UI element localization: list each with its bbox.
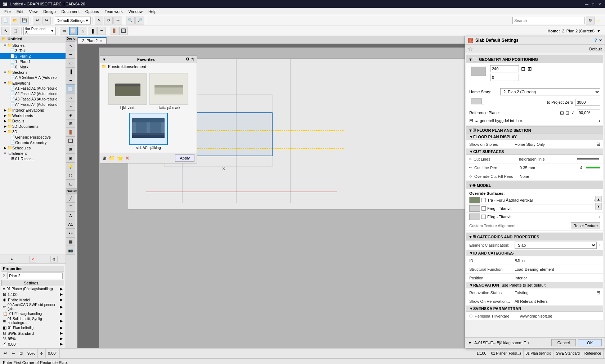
menu-document[interactable]: Document — [59, 8, 82, 15]
tool-slab[interactable]: ⬜ — [66, 85, 75, 93]
surface-swatch-3[interactable] — [469, 214, 480, 220]
tree-a3[interactable]: 📄 A3 Fasad A3 (Auto-rebuild — [0, 96, 66, 102]
obj-add-btn[interactable]: ⊕ — [102, 155, 107, 161]
open-btn[interactable]: 📂 — [11, 17, 19, 24]
dialog-star-btn[interactable]: ☆ — [468, 45, 473, 52]
tree-generic-axometry[interactable]: 📄 Generic Axometry — [0, 140, 66, 145]
menu-window[interactable]: Window — [126, 8, 145, 15]
tool-zone[interactable]: ⬡ — [66, 171, 75, 180]
window-tool[interactable]: 🔲 — [119, 27, 128, 35]
close-btn[interactable]: ✕ — [597, 1, 602, 6]
menu-edit[interactable]: Edit — [14, 8, 26, 15]
tree-a4[interactable]: 📄 A4 Fasad A4 (Auto-rebuild — [0, 102, 66, 107]
tree-element-01[interactable]: ⊟ 01 Ritcar... — [0, 156, 66, 161]
surface-arrow-3[interactable]: › — [599, 215, 600, 219]
view-dropdown[interactable]: flor Plan and S... ▼ — [23, 27, 56, 35]
navigator-scroll[interactable]: ▼ 📁 Stories 📄 3. Tak 📄 2. Plan 2 📄 1. Pl… — [0, 42, 66, 255]
tool-lamp[interactable]: 💡 — [66, 162, 75, 171]
marquee-btn[interactable]: ⬚ — [11, 27, 19, 35]
surface-chk-1[interactable] — [481, 198, 486, 202]
nav-del-btn[interactable]: ✕ — [29, 256, 36, 262]
tool-door[interactable]: 🚪 — [66, 128, 75, 136]
tool-object[interactable]: ◉ — [66, 154, 75, 162]
menu-options[interactable]: Options — [82, 8, 102, 15]
undo-btm-btn[interactable]: ↩ — [1, 349, 9, 358]
zoom-fit-btn[interactable]: ⊡ — [17, 349, 25, 358]
surface-swatch-2[interactable] — [469, 205, 480, 212]
tool-mesh[interactable]: ⊡ — [66, 180, 75, 188]
tree-tak[interactable]: 📄 3. Tak — [0, 48, 66, 53]
tree-details[interactable]: ▶ 📁 Details — [0, 118, 66, 123]
tool-rotate[interactable]: ↩ — [66, 50, 75, 59]
tool-select[interactable]: ↖ — [66, 41, 75, 50]
show-on-stories-icon[interactable]: ⊟ — [596, 141, 600, 147]
arrow-tool[interactable]: ↖ — [95, 17, 103, 24]
tool-text[interactable]: A — [66, 211, 75, 220]
footer-element-arrow[interactable]: › — [528, 341, 530, 345]
apply-btn[interactable]: Apply — [175, 154, 194, 162]
surface-scroll-up[interactable]: ▲ — [595, 196, 602, 202]
default-settings-dropdown[interactable]: Default Settings ▼ — [55, 17, 91, 24]
zoom-pct-btn[interactable]: 95% — [25, 349, 38, 358]
zoom-in-btn[interactable]: 🔍 — [126, 17, 135, 24]
surface-chk-3[interactable] — [481, 215, 486, 219]
tool-column[interactable]: ▐ — [66, 67, 75, 76]
prop-95pct[interactable]: % 95% ▶ — [1, 336, 64, 341]
renovation-header[interactable]: ▼ RENOVATION use Palette to set default — [466, 282, 603, 288]
floor-plan-display-header[interactable]: ▼ FLOOR PLAN DISPLAY — [466, 134, 603, 140]
tool-roof[interactable]: ⌂ — [66, 93, 75, 102]
tool-window[interactable]: 🔲 — [66, 136, 75, 145]
nav-expand-btn[interactable]: ▼ — [597, 29, 601, 33]
minimize-btn[interactable]: — — [584, 1, 589, 6]
svenska-header[interactable]: ▼ SVENSKA PARAMETRAR — [466, 306, 603, 312]
prop-swe-std[interactable]: ⊟ SWE Standard ▶ — [1, 331, 64, 336]
wall-tool[interactable]: ▭ — [60, 27, 68, 35]
obj-folder-btn[interactable]: 📁 — [109, 155, 115, 161]
obj-folder-item[interactable]: 📁 Konstruktionselement — [102, 64, 195, 69]
view-display[interactable]: 01 Planer (Försl...) — [489, 349, 524, 358]
scale-display[interactable]: 1:100 — [474, 349, 489, 358]
redo-btn[interactable]: ↪ — [42, 17, 51, 24]
menu-teamwork[interactable]: Teamwork — [102, 8, 126, 15]
tree-worksheets[interactable]: ▶ 📁 Worksheets — [0, 113, 66, 118]
tree-elevations[interactable]: ▼ 📁 Elevations — [0, 80, 66, 86]
tool-line[interactable]: ╱ — [66, 194, 75, 203]
obj-picker-star-icon[interactable]: ☆ — [191, 57, 194, 62]
door-tool[interactable]: 🚪 — [110, 27, 118, 35]
menu-view[interactable]: View — [26, 8, 41, 15]
tree-3d[interactable]: ▼ 📁 3D — [0, 129, 66, 134]
tree-stories[interactable]: ▼ 📁 Stories — [0, 42, 66, 48]
swe-standard-display[interactable]: SWE Standard — [554, 349, 582, 358]
obj-picker-settings-icon[interactable]: ⚙ — [186, 57, 189, 62]
reference-label[interactable]: Reference — [582, 349, 604, 358]
prop-pen[interactable]: ✏ 00 ArchiCAD SWE std.pennor (pla... ▶ — [1, 302, 64, 311]
model-section-header[interactable]: ▼ ◈ MODEL — [466, 181, 603, 189]
tree-mark[interactable]: 📄 0. Mark — [0, 64, 66, 69]
tree-interior-elevations[interactable]: ▶ 📁 Interior Elevations — [0, 107, 66, 113]
tool-morph[interactable]: ◈ — [66, 111, 75, 119]
cancel-btn[interactable]: Cancel — [551, 339, 576, 346]
title-bar-controls[interactable]: — □ ✕ — [584, 1, 602, 6]
roof-tool[interactable]: ⌂ — [79, 27, 87, 35]
obj-item-3[interactable]: std. AC bjälklag — [129, 113, 168, 150]
offset-input[interactable] — [490, 74, 519, 81]
beam-tool[interactable]: ━ — [97, 27, 106, 35]
ok-btn[interactable]: OK — [578, 339, 602, 346]
tool-arc[interactable]: ⌒ — [66, 203, 75, 211]
select-btn[interactable]: ↖ — [1, 27, 10, 35]
surface-scroll-dn[interactable]: ▼ — [595, 203, 602, 210]
element-classification-select[interactable]: Slab — [515, 242, 597, 249]
new-btn[interactable]: 📄 — [1, 17, 10, 24]
tree-generic-perspective[interactable]: 📄 Generic Perspective — [0, 134, 66, 140]
nav-add-btn[interactable]: + — [8, 256, 15, 262]
nav-mode-btn[interactable]: ✛ — [38, 349, 46, 358]
floor-plan-section-header[interactable]: ▼ ⊞ FLOOR PLAN AND SECTION — [466, 126, 603, 134]
tree-element[interactable]: ▼ ⊞ Element — [0, 150, 66, 156]
tree-a2[interactable]: 📄 A2 Fasad A2 (Auto-rebuild — [0, 91, 66, 96]
tool-camera[interactable]: 📷 — [66, 246, 75, 255]
id-categories-header[interactable]: ▼ ID AND CATEGORIES — [466, 250, 603, 256]
prop-forslag[interactable]: 📋 01 Förslagshandling ▶ — [1, 311, 64, 316]
tree-plan2[interactable]: 📄 2. Plan 2 — [0, 53, 66, 59]
cut-surfaces-header[interactable]: ▼ CUT SURFACES — [466, 149, 603, 155]
search-input[interactable] — [512, 17, 584, 24]
